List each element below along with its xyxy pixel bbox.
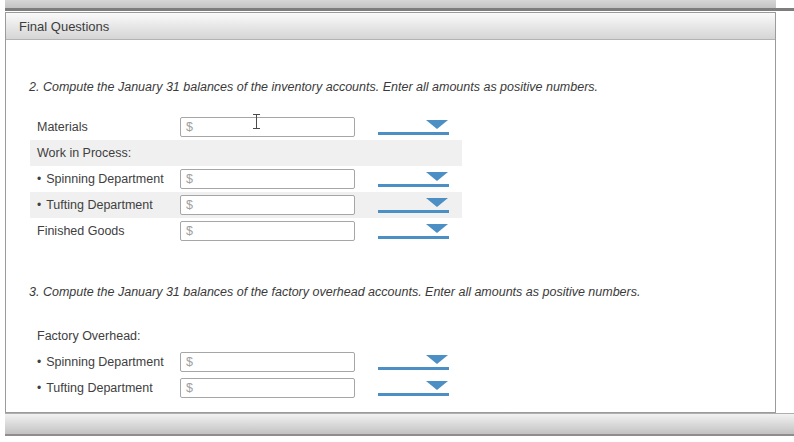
form-row-wip-tufting: • Tufting Department $ xyxy=(30,192,462,218)
materials-input[interactable] xyxy=(196,119,354,135)
wip-spinning-input[interactable] xyxy=(196,171,354,187)
dollar-prefix: $ xyxy=(186,172,193,186)
question-3-prompt: 3. Compute the January 31 balances of th… xyxy=(29,285,775,299)
bullet-icon: • xyxy=(37,381,41,395)
final-questions-panel: Final Questions 2. Compute the January 3… xyxy=(5,12,776,413)
group-label-work-in-process: Work in Process: xyxy=(30,146,180,160)
foh-tufting-check-answer-dropdown[interactable] xyxy=(378,380,449,396)
panel-title: Final Questions xyxy=(19,19,109,34)
page: Final Questions 2. Compute the January 3… xyxy=(0,0,794,442)
toolbar-divider xyxy=(5,8,794,11)
finished-goods-input[interactable] xyxy=(196,223,354,239)
form-row-materials: Materials $ xyxy=(30,114,462,140)
question-3-rows: Factory Overhead: • Spinning Department … xyxy=(6,323,775,401)
materials-input-box: $ xyxy=(180,117,355,137)
wip-spinning-check-answer-dropdown[interactable] xyxy=(378,171,449,187)
chevron-down-icon xyxy=(426,198,448,207)
chevron-down-icon xyxy=(426,355,448,364)
group-row-factory-overhead: Factory Overhead: xyxy=(30,323,462,349)
dollar-prefix: $ xyxy=(186,381,193,395)
group-row-work-in-process: Work in Process: xyxy=(30,140,462,166)
bullet-icon: • xyxy=(37,198,41,212)
wip-tufting-input[interactable] xyxy=(196,197,354,213)
wip-spinning-input-box: $ xyxy=(180,169,355,189)
foh-tufting-input[interactable] xyxy=(196,380,354,396)
field-label-finished-goods: Finished Goods xyxy=(30,224,180,238)
chevron-down-icon xyxy=(426,381,448,390)
form-row-foh-spinning: • Spinning Department $ xyxy=(30,349,462,375)
question-2-rows: Materials $ Work in Process: xyxy=(6,114,775,244)
form-row-finished-goods: Finished Goods $ xyxy=(30,218,462,244)
dollar-prefix: $ xyxy=(186,224,193,238)
foh-spinning-input-box: $ xyxy=(180,352,355,372)
question-2-prompt: 2. Compute the January 31 balances of th… xyxy=(29,80,775,94)
form-row-wip-spinning: • Spinning Department $ xyxy=(30,166,462,192)
field-label-wip-tufting: • Tufting Department xyxy=(30,198,180,212)
top-toolbar-strip xyxy=(5,0,776,8)
field-label-materials: Materials xyxy=(30,120,180,134)
wip-tufting-check-answer-dropdown[interactable] xyxy=(378,197,449,213)
group-label-factory-overhead: Factory Overhead: xyxy=(30,329,180,343)
panel-header: Final Questions xyxy=(6,13,775,40)
chevron-down-icon xyxy=(426,172,448,181)
chevron-down-icon xyxy=(426,224,448,233)
chevron-down-icon xyxy=(426,120,448,129)
field-label-foh-spinning: • Spinning Department xyxy=(30,355,180,369)
bullet-icon: • xyxy=(37,172,41,186)
field-label-foh-tufting: • Tufting Department xyxy=(30,381,180,395)
bullet-icon: • xyxy=(37,355,41,369)
dollar-prefix: $ xyxy=(186,120,193,134)
panel-body: 2. Compute the January 31 balances of th… xyxy=(6,40,775,401)
wip-tufting-input-box: $ xyxy=(180,195,355,215)
materials-check-answer-dropdown[interactable] xyxy=(378,119,449,135)
dollar-prefix: $ xyxy=(186,198,193,212)
form-row-foh-tufting: • Tufting Department $ xyxy=(30,375,462,401)
field-label-wip-spinning: • Spinning Department xyxy=(30,172,180,186)
finished-goods-input-box: $ xyxy=(180,221,355,241)
finished-goods-check-answer-dropdown[interactable] xyxy=(378,223,449,239)
foh-tufting-input-box: $ xyxy=(180,378,355,398)
foh-spinning-input[interactable] xyxy=(196,354,354,370)
dollar-prefix: $ xyxy=(186,355,193,369)
foh-spinning-check-answer-dropdown[interactable] xyxy=(378,354,449,370)
bottom-toolbar-strip xyxy=(5,413,794,436)
